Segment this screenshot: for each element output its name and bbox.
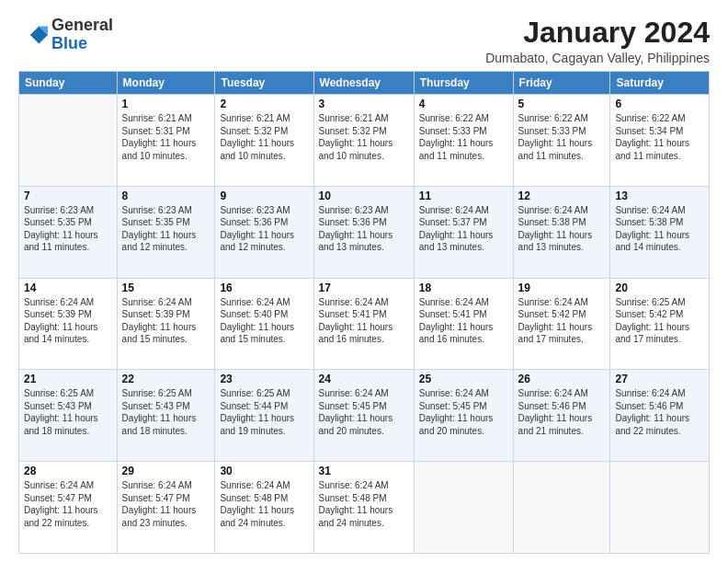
calendar-cell: 26Sunrise: 6:24 AMSunset: 5:46 PMDayligh… [513, 370, 610, 462]
calendar-cell: 13Sunrise: 6:24 AMSunset: 5:38 PMDayligh… [610, 186, 710, 278]
day-number: 21 [24, 373, 112, 385]
header-wednesday: Wednesday [313, 72, 414, 95]
logo-blue: Blue [51, 34, 87, 52]
day-info: Sunrise: 6:24 AMSunset: 5:41 PMDaylight:… [419, 296, 508, 346]
day-number: 7 [24, 190, 112, 202]
logo: General Blue [18, 17, 113, 53]
day-number: 31 [319, 465, 409, 477]
day-info: Sunrise: 6:25 AMSunset: 5:44 PMDaylight:… [220, 387, 308, 437]
calendar-cell: 23Sunrise: 6:25 AMSunset: 5:44 PMDayligh… [215, 370, 313, 462]
logo-general: General [51, 16, 113, 34]
calendar-cell: 12Sunrise: 6:24 AMSunset: 5:38 PMDayligh… [513, 186, 610, 278]
day-info: Sunrise: 6:24 AMSunset: 5:37 PMDaylight:… [419, 204, 508, 254]
day-info: Sunrise: 6:22 AMSunset: 5:34 PMDaylight:… [615, 112, 704, 162]
day-number: 20 [615, 282, 704, 294]
calendar-header: Sunday Monday Tuesday Wednesday Thursday… [19, 72, 710, 95]
day-number: 24 [319, 373, 409, 385]
calendar-cell [610, 462, 710, 554]
day-info: Sunrise: 6:23 AMSunset: 5:36 PMDaylight:… [319, 204, 409, 254]
day-number: 26 [518, 373, 606, 385]
day-number: 5 [518, 98, 606, 110]
day-info: Sunrise: 6:25 AMSunset: 5:43 PMDaylight:… [122, 387, 210, 437]
header: General Blue January 2024 Dumabato, Caga… [18, 17, 710, 65]
day-info: Sunrise: 6:21 AMSunset: 5:31 PMDaylight:… [122, 112, 210, 162]
calendar-cell: 6Sunrise: 6:22 AMSunset: 5:34 PMDaylight… [610, 95, 710, 187]
calendar-cell [414, 462, 513, 554]
day-number: 4 [419, 98, 508, 110]
calendar-cell: 5Sunrise: 6:22 AMSunset: 5:33 PMDaylight… [513, 95, 610, 187]
day-info: Sunrise: 6:24 AMSunset: 5:38 PMDaylight:… [518, 204, 606, 254]
day-number: 10 [319, 190, 409, 202]
calendar-cell: 27Sunrise: 6:24 AMSunset: 5:46 PMDayligh… [610, 370, 710, 462]
page: General Blue January 2024 Dumabato, Caga… [0, 0, 728, 563]
logo-text: General Blue [51, 17, 113, 53]
day-info: Sunrise: 6:24 AMSunset: 5:48 PMDaylight:… [220, 479, 308, 529]
day-number: 18 [419, 282, 508, 294]
day-info: Sunrise: 6:24 AMSunset: 5:45 PMDaylight:… [319, 387, 409, 437]
day-info: Sunrise: 6:21 AMSunset: 5:32 PMDaylight:… [319, 112, 409, 162]
logo-icon [18, 20, 48, 50]
header-sunday: Sunday [19, 72, 118, 95]
day-number: 3 [319, 98, 409, 110]
calendar-cell [513, 462, 610, 554]
day-info: Sunrise: 6:21 AMSunset: 5:32 PMDaylight:… [220, 112, 308, 162]
day-number: 8 [122, 190, 210, 202]
day-info: Sunrise: 6:25 AMSunset: 5:42 PMDaylight:… [615, 296, 704, 346]
calendar-cell: 1Sunrise: 6:21 AMSunset: 5:31 PMDaylight… [117, 95, 215, 187]
day-info: Sunrise: 6:24 AMSunset: 5:46 PMDaylight:… [518, 387, 606, 437]
header-friday: Friday [513, 72, 610, 95]
header-monday: Monday [117, 72, 215, 95]
day-number: 11 [419, 190, 508, 202]
calendar-week-5: 28Sunrise: 6:24 AMSunset: 5:47 PMDayligh… [19, 462, 710, 554]
header-tuesday: Tuesday [215, 72, 313, 95]
calendar-cell: 20Sunrise: 6:25 AMSunset: 5:42 PMDayligh… [610, 278, 710, 370]
day-number: 19 [518, 282, 606, 294]
day-info: Sunrise: 6:23 AMSunset: 5:35 PMDaylight:… [24, 204, 112, 254]
calendar-cell: 4Sunrise: 6:22 AMSunset: 5:33 PMDaylight… [414, 95, 513, 187]
calendar-cell: 15Sunrise: 6:24 AMSunset: 5:39 PMDayligh… [117, 278, 215, 370]
day-info: Sunrise: 6:24 AMSunset: 5:41 PMDaylight:… [319, 296, 409, 346]
calendar-cell: 9Sunrise: 6:23 AMSunset: 5:36 PMDaylight… [215, 186, 313, 278]
day-info: Sunrise: 6:24 AMSunset: 5:39 PMDaylight:… [122, 296, 210, 346]
calendar-cell: 22Sunrise: 6:25 AMSunset: 5:43 PMDayligh… [117, 370, 215, 462]
day-number: 2 [220, 98, 308, 110]
day-info: Sunrise: 6:23 AMSunset: 5:35 PMDaylight:… [122, 204, 210, 254]
calendar-cell: 25Sunrise: 6:24 AMSunset: 5:45 PMDayligh… [414, 370, 513, 462]
day-info: Sunrise: 6:24 AMSunset: 5:47 PMDaylight:… [24, 479, 112, 529]
calendar-cell: 16Sunrise: 6:24 AMSunset: 5:40 PMDayligh… [215, 278, 313, 370]
day-info: Sunrise: 6:22 AMSunset: 5:33 PMDaylight:… [518, 112, 606, 162]
calendar-cell: 17Sunrise: 6:24 AMSunset: 5:41 PMDayligh… [313, 278, 414, 370]
calendar-week-4: 21Sunrise: 6:25 AMSunset: 5:43 PMDayligh… [19, 370, 710, 462]
calendar-cell [19, 95, 118, 187]
calendar-cell: 21Sunrise: 6:25 AMSunset: 5:43 PMDayligh… [19, 370, 118, 462]
calendar-week-3: 14Sunrise: 6:24 AMSunset: 5:39 PMDayligh… [19, 278, 710, 370]
day-info: Sunrise: 6:24 AMSunset: 5:45 PMDaylight:… [419, 387, 508, 437]
weekday-header-row: Sunday Monday Tuesday Wednesday Thursday… [19, 72, 710, 95]
day-number: 22 [122, 373, 210, 385]
day-number: 15 [122, 282, 210, 294]
day-number: 28 [24, 465, 112, 477]
calendar-cell: 19Sunrise: 6:24 AMSunset: 5:42 PMDayligh… [513, 278, 610, 370]
calendar-cell: 7Sunrise: 6:23 AMSunset: 5:35 PMDaylight… [19, 186, 118, 278]
header-saturday: Saturday [610, 72, 710, 95]
day-number: 25 [419, 373, 508, 385]
day-info: Sunrise: 6:22 AMSunset: 5:33 PMDaylight:… [419, 112, 508, 162]
calendar-cell: 3Sunrise: 6:21 AMSunset: 5:32 PMDaylight… [313, 95, 414, 187]
day-number: 12 [518, 190, 606, 202]
calendar-cell: 11Sunrise: 6:24 AMSunset: 5:37 PMDayligh… [414, 186, 513, 278]
calendar-cell: 8Sunrise: 6:23 AMSunset: 5:35 PMDaylight… [117, 186, 215, 278]
calendar-cell: 30Sunrise: 6:24 AMSunset: 5:48 PMDayligh… [215, 462, 313, 554]
day-number: 9 [220, 190, 308, 202]
day-number: 16 [220, 282, 308, 294]
day-number: 30 [220, 465, 308, 477]
day-info: Sunrise: 6:24 AMSunset: 5:48 PMDaylight:… [319, 479, 409, 529]
calendar-cell: 14Sunrise: 6:24 AMSunset: 5:39 PMDayligh… [19, 278, 118, 370]
calendar-cell: 2Sunrise: 6:21 AMSunset: 5:32 PMDaylight… [215, 95, 313, 187]
calendar-cell: 10Sunrise: 6:23 AMSunset: 5:36 PMDayligh… [313, 186, 414, 278]
header-thursday: Thursday [414, 72, 513, 95]
calendar-cell: 28Sunrise: 6:24 AMSunset: 5:47 PMDayligh… [19, 462, 118, 554]
calendar-week-2: 7Sunrise: 6:23 AMSunset: 5:35 PMDaylight… [19, 186, 710, 278]
calendar-table: Sunday Monday Tuesday Wednesday Thursday… [18, 71, 710, 554]
day-number: 27 [615, 373, 704, 385]
day-number: 1 [122, 98, 210, 110]
